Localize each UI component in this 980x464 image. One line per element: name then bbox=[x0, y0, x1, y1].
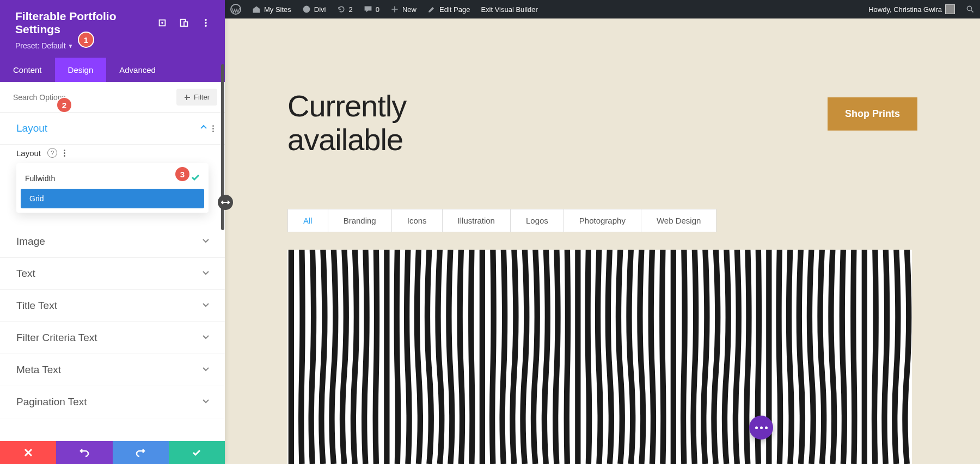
section-title-text[interactable]: Title Text bbox=[0, 290, 225, 322]
my-sites-label: My Sites bbox=[264, 5, 291, 14]
divi-label: Divi bbox=[314, 5, 326, 14]
tab-design[interactable]: Design bbox=[55, 58, 107, 82]
preset-selector[interactable]: Preset: Default▼ bbox=[0, 39, 225, 58]
section-meta-text-title: Meta Text bbox=[16, 364, 202, 376]
chevron-down-icon bbox=[202, 237, 210, 246]
hero-line1: Currently bbox=[287, 89, 406, 123]
chevron-down-icon bbox=[202, 365, 210, 375]
cancel-button[interactable] bbox=[0, 441, 56, 464]
option-fullwidth-label: Fullwidth bbox=[25, 174, 55, 183]
settings-panel: Filterable Portfolio Settings Preset: De… bbox=[0, 0, 225, 464]
comments-count: 0 bbox=[376, 5, 379, 14]
chevron-up-icon bbox=[200, 123, 207, 133]
section-pagination-text[interactable]: Pagination Text bbox=[0, 386, 225, 418]
check-icon bbox=[191, 173, 200, 183]
section-image-title: Image bbox=[16, 236, 202, 248]
howdy-label: Howdy, Christina Gwira bbox=[868, 5, 942, 14]
layout-body: Layout ? Fullwidth Grid bbox=[0, 145, 225, 226]
section-pagination-text-title: Pagination Text bbox=[16, 396, 202, 408]
svg-point-7 bbox=[205, 19, 207, 21]
help-icon[interactable]: ? bbox=[47, 148, 57, 158]
tab-advanced[interactable]: Advanced bbox=[106, 58, 169, 82]
comments-link[interactable]: 0 bbox=[358, 0, 385, 18]
filter-button[interactable]: Filter bbox=[176, 89, 217, 106]
svg-point-9 bbox=[205, 25, 207, 27]
search-toggle[interactable] bbox=[960, 0, 980, 18]
section-filter-criteria-title: Filter Criteria Text bbox=[16, 332, 202, 344]
my-sites-link[interactable]: My Sites bbox=[247, 0, 297, 18]
chevron-down-icon bbox=[202, 269, 210, 279]
wp-admin-bar: My Sites Divi 2 0 New Edit Page Exit Vis… bbox=[225, 0, 980, 18]
hero-heading: Currentlyavailable bbox=[287, 89, 406, 156]
new-link[interactable]: New bbox=[385, 0, 422, 18]
layout-field-label: Layout bbox=[16, 149, 41, 158]
preset-label: Preset: Default bbox=[15, 41, 66, 50]
filter-photography[interactable]: Photography bbox=[564, 209, 641, 232]
filter-illustration[interactable]: Illustration bbox=[442, 209, 511, 232]
edit-page-link[interactable]: Edit Page bbox=[422, 0, 475, 18]
page-preview: Currentlyavailable Shop Prints All Brand… bbox=[225, 18, 980, 464]
section-image[interactable]: Image bbox=[0, 226, 225, 258]
chevron-down-icon bbox=[202, 333, 210, 343]
responsive-icon[interactable] bbox=[179, 18, 189, 28]
shop-prints-button[interactable]: Shop Prints bbox=[828, 97, 917, 131]
section-options-icon[interactable] bbox=[212, 125, 214, 132]
svg-point-2 bbox=[967, 6, 971, 10]
callout-badge-1: 1 bbox=[78, 32, 94, 48]
section-layout-title: Layout bbox=[16, 122, 200, 134]
module-options-fab[interactable] bbox=[749, 416, 773, 440]
callout-badge-3: 3 bbox=[174, 166, 191, 182]
howdy-user[interactable]: Howdy, Christina Gwira bbox=[863, 0, 960, 18]
kebab-menu-icon[interactable] bbox=[201, 18, 211, 28]
section-title-text-title: Title Text bbox=[16, 300, 202, 312]
save-button[interactable] bbox=[169, 441, 225, 464]
updates-count: 2 bbox=[349, 5, 353, 14]
layout-option-grid[interactable]: Grid bbox=[21, 189, 204, 208]
tab-content[interactable]: Content bbox=[0, 58, 55, 82]
svg-rect-6 bbox=[184, 22, 187, 26]
search-input[interactable] bbox=[8, 90, 176, 105]
filter-btn-label: Filter bbox=[194, 93, 210, 101]
filter-branding[interactable]: Branding bbox=[328, 209, 392, 232]
filter-icons[interactable]: Icons bbox=[391, 209, 443, 232]
section-filter-criteria[interactable]: Filter Criteria Text bbox=[0, 322, 225, 354]
callout-badge-2: 2 bbox=[56, 97, 72, 113]
avatar bbox=[945, 4, 955, 14]
caret-down-icon: ▼ bbox=[68, 43, 74, 49]
panel-tabs: Content Design Advanced bbox=[0, 58, 225, 82]
resize-handle[interactable] bbox=[218, 195, 233, 210]
portfolio-filters: All Branding Icons Illustration Logos Ph… bbox=[287, 209, 716, 232]
chevron-down-icon bbox=[202, 397, 210, 407]
undo-button[interactable] bbox=[56, 441, 112, 464]
chevron-down-icon bbox=[202, 301, 210, 311]
wp-logo[interactable] bbox=[225, 0, 247, 18]
svg-point-4 bbox=[161, 22, 163, 24]
filter-web-design[interactable]: Web Design bbox=[641, 209, 716, 232]
section-layout[interactable]: Layout bbox=[0, 113, 225, 145]
field-options-icon[interactable] bbox=[64, 150, 65, 157]
divi-link[interactable]: Divi bbox=[297, 0, 332, 18]
filter-all[interactable]: All bbox=[287, 209, 328, 232]
portfolio-image bbox=[287, 250, 912, 464]
updates-link[interactable]: 2 bbox=[332, 0, 358, 18]
panel-actions bbox=[0, 441, 225, 464]
exit-visual-builder[interactable]: Exit Visual Builder bbox=[475, 0, 543, 18]
redo-button[interactable] bbox=[113, 441, 169, 464]
section-text[interactable]: Text bbox=[0, 258, 225, 290]
panel-header: Filterable Portfolio Settings Preset: De… bbox=[0, 0, 225, 82]
section-text-title: Text bbox=[16, 268, 202, 280]
exit-vb-label: Exit Visual Builder bbox=[481, 5, 538, 14]
section-meta-text[interactable]: Meta Text bbox=[0, 354, 225, 386]
filter-logos[interactable]: Logos bbox=[510, 209, 564, 232]
svg-point-1 bbox=[303, 6, 310, 13]
option-grid-label: Grid bbox=[29, 194, 44, 203]
expand-icon[interactable] bbox=[157, 18, 167, 28]
svg-point-8 bbox=[205, 22, 207, 24]
sections-scroll: Layout Layout ? Fullwidth Grid Image Tex… bbox=[0, 113, 225, 441]
new-label: New bbox=[402, 5, 416, 14]
hero-line2: available bbox=[287, 122, 403, 157]
edit-page-label: Edit Page bbox=[439, 5, 470, 14]
search-row: Filter bbox=[0, 82, 225, 113]
